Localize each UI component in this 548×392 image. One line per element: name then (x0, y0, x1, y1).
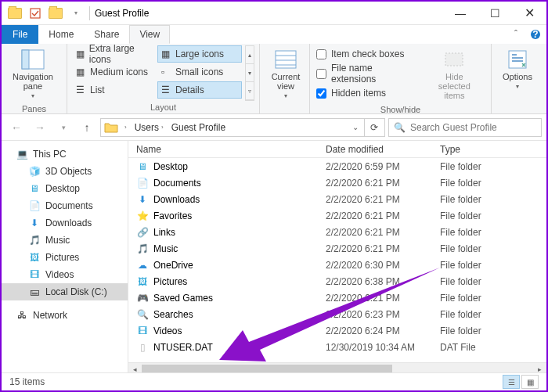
qat-newfolder-icon[interactable] (47, 5, 64, 22)
table-row[interactable]: 🔗Links2/2/2020 6:21 PMFile folder (128, 224, 546, 240)
layout-scroll[interactable]: ▴▾▿ (245, 45, 254, 101)
view-large-button[interactable]: ▦ (521, 375, 539, 389)
nav-desktop[interactable]: 🖥Desktop (2, 180, 128, 197)
file-type: File folder (440, 325, 546, 336)
pictures-icon: 🖼 (28, 251, 41, 264)
table-row[interactable]: 🎵Music2/2/2020 6:21 PMFile folder (128, 240, 546, 257)
table-row[interactable]: 🖥Desktop2/2/2020 6:59 PMFile folder (128, 158, 546, 174)
down-icon: ⬇ (136, 193, 149, 206)
help-icon[interactable]: ? (525, 25, 546, 44)
layout-small[interactable]: ▫Small icons (157, 63, 242, 81)
window-title: Guest Profile (90, 8, 443, 19)
nav-pictures[interactable]: 🖼Pictures (2, 249, 128, 266)
options-button[interactable]: Options ▾ (496, 45, 539, 93)
nav-3d-objects[interactable]: 🧊3D Objects (2, 163, 128, 180)
refresh-button[interactable]: ⟳ (364, 118, 383, 137)
crumb-users[interactable]: Users› (132, 122, 167, 133)
tab-home[interactable]: Home (38, 25, 84, 44)
svg-text:?: ? (532, 29, 538, 40)
file-date: 2/2/2020 6:21 PM (326, 178, 440, 189)
crumb-guest-profile[interactable]: Guest Profile (168, 122, 229, 133)
layout-details[interactable]: ☰Details (157, 81, 242, 99)
layout-large[interactable]: ▦Large icons (157, 45, 242, 63)
tab-file[interactable]: File (2, 25, 38, 44)
file-type: File folder (440, 161, 546, 172)
nav-downloads[interactable]: ⬇Downloads (2, 214, 128, 232)
col-type[interactable]: Type (440, 144, 546, 155)
nav-videos[interactable]: 🎞Videos (2, 266, 128, 283)
layout-extra-large[interactable]: ▦Extra large icons (72, 45, 157, 63)
layout-gallery[interactable]: ▦Extra large icons ▦Large icons ▦Medium … (72, 45, 242, 101)
table-row[interactable]: ☁OneDrive2/2/2020 6:30 PMFile folder (128, 257, 546, 273)
table-row[interactable]: ▯NTUSER.DAT12/30/2019 10:34 AMDAT File (128, 339, 546, 355)
nav-recent-button[interactable]: ▾ (53, 117, 74, 138)
qat-folder-icon[interactable] (6, 5, 23, 22)
table-row[interactable]: ⬇Downloads2/2/2020 6:21 PMFile folder (128, 191, 546, 207)
file-type: File folder (440, 243, 546, 254)
address-bar: ← → ▾ ↑ › Users› Guest Profile ⌄ ⟳ 🔍 Sea… (2, 114, 546, 141)
group-label-showhide: Show/hide (315, 103, 486, 116)
table-row[interactable]: 🎞Videos2/2/2020 6:24 PMFile folder (128, 322, 546, 339)
file-name: Documents (153, 178, 201, 189)
videos-icon: 🎞 (28, 268, 41, 281)
file-date: 2/2/2020 6:21 PM (326, 227, 440, 238)
qat-properties-icon[interactable] (27, 5, 44, 22)
table-row[interactable]: ⭐Favorites2/2/2020 6:21 PMFile folder (128, 207, 546, 224)
desktop-icon: 🖥 (28, 182, 41, 195)
table-row[interactable]: 📄Documents2/2/2020 6:21 PMFile folder (128, 174, 546, 191)
nav-this-pc[interactable]: 💻This PC (2, 146, 128, 163)
nav-up-button[interactable]: ↑ (77, 117, 97, 138)
file-type: File folder (440, 227, 546, 238)
breadcrumb[interactable]: › Users› Guest Profile ⌄ ⟳ (100, 118, 385, 137)
nav-back-button[interactable]: ← (6, 117, 27, 138)
file-name: NTUSER.DAT (153, 342, 213, 353)
tab-view[interactable]: View (129, 25, 170, 44)
qat-dropdown-icon[interactable]: ▾ (67, 5, 85, 22)
search-input[interactable]: 🔍 Search Guest Profile (388, 118, 542, 137)
pc-icon: 💻 (16, 148, 28, 160)
file-name: Downloads (153, 194, 200, 205)
nav-music[interactable]: 🎵Music (2, 232, 128, 249)
nav-network[interactable]: 🖧Network (2, 307, 128, 324)
table-row[interactable]: 🎮Saved Games2/2/2020 6:21 PMFile folder (128, 290, 546, 306)
tab-share[interactable]: Share (84, 25, 129, 44)
chk-file-extensions[interactable]: File name extensions (316, 63, 418, 85)
file-type: File folder (440, 194, 546, 205)
col-name[interactable]: Name (128, 144, 326, 155)
navigation-pane-button[interactable]: Navigation pane ▾ (6, 45, 59, 102)
crumb-root-sep[interactable]: › (121, 124, 130, 131)
pane-icon (20, 49, 45, 70)
nav-documents[interactable]: 📄Documents (2, 197, 128, 214)
desktop-icon: 🖥 (136, 160, 149, 173)
minimize-button[interactable]: — (443, 2, 478, 25)
file-name: Desktop (153, 161, 188, 172)
file-name: Music (153, 243, 178, 254)
nav-forward-button[interactable]: → (30, 117, 50, 138)
file-name: Videos (153, 325, 182, 336)
svg-rect-11 (512, 54, 517, 56)
table-row[interactable]: 🔍Searches2/2/2020 6:23 PMFile folder (128, 306, 546, 322)
address-dropdown-icon[interactable]: ⌄ (348, 123, 362, 131)
file-name: Links (153, 227, 175, 238)
ribbon-collapse-icon[interactable]: ˆ (507, 25, 525, 44)
view-details-button[interactable]: ☰ (503, 375, 520, 389)
file-date: 2/2/2020 6:21 PM (326, 293, 440, 304)
nav-local-disk-c[interactable]: 🖴Local Disk (C:) (2, 283, 128, 300)
close-button[interactable]: ✕ (512, 2, 546, 25)
layout-list[interactable]: ☰List (72, 81, 157, 99)
table-row[interactable]: 🖼Pictures2/2/2020 6:38 PMFile folder (128, 273, 546, 290)
chk-hidden-items[interactable]: Hidden items (316, 88, 418, 99)
chk-item-checkboxes[interactable]: Item check boxes (316, 49, 418, 59)
col-date[interactable]: Date modified (326, 144, 440, 155)
hide-selected-button[interactable]: Hide selected items (423, 45, 486, 103)
status-item-count: 15 items (9, 376, 45, 387)
svg-rect-4 (22, 50, 29, 69)
layout-medium[interactable]: ▦Medium icons (72, 63, 157, 81)
file-name: Favorites (153, 210, 192, 221)
file-type: File folder (440, 293, 546, 304)
column-headers[interactable]: Name Date modified Type (128, 141, 546, 158)
search-icon: 🔍 (394, 122, 406, 133)
navigation-pane[interactable]: 💻This PC 🧊3D Objects 🖥Desktop 📄Documents… (2, 141, 128, 376)
maximize-button[interactable]: ☐ (478, 2, 512, 25)
current-view-button[interactable]: Current view ▾ (265, 45, 307, 102)
